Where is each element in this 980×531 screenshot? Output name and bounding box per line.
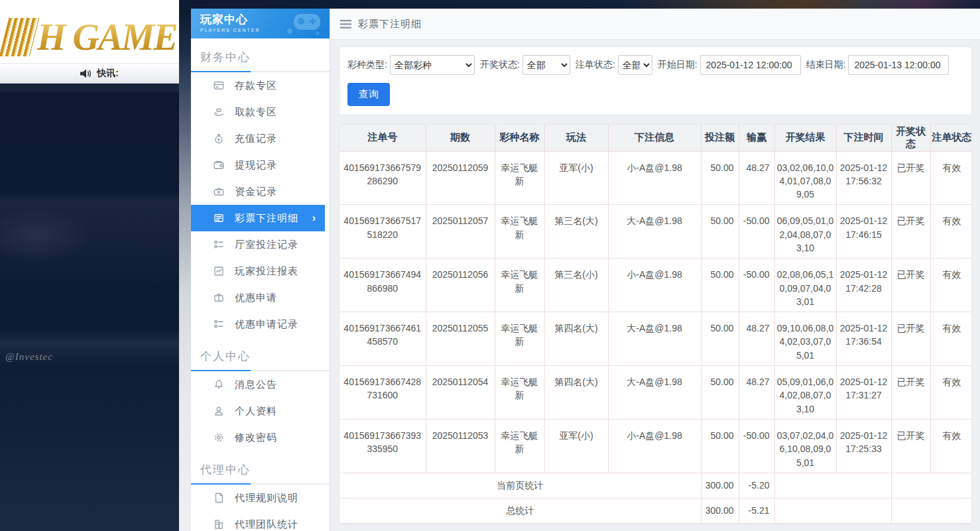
table-header: 注单号期数彩种名称玩法下注信息投注额输赢开奖结果下注时间开奖状态注单状态	[339, 125, 972, 151]
cell-win-loss: 48.27	[739, 366, 774, 420]
sidebar-item-充值记录[interactable]: 充值记录	[191, 125, 330, 152]
filter-row: 彩种类型: 全部彩种 开奖状态: 全部 注单状态: 全部 开始日期: 结束日期:	[347, 55, 963, 75]
draw-status-select[interactable]: 全部	[522, 55, 570, 75]
cell-win-loss: 48.27	[739, 151, 774, 205]
sidebar-item-代理规则说明[interactable]: 代理规则说明	[191, 485, 330, 511]
cell-draw-status: 已开奖	[891, 151, 930, 205]
cell-bet-amount: 50.00	[701, 312, 739, 366]
cell-play-type: 第三名(大)	[544, 205, 608, 259]
cell-play-type: 亚军(小)	[544, 419, 608, 473]
section-title: 代理中心	[200, 462, 320, 477]
sidebar-item-提现记录[interactable]: 提现记录	[191, 152, 330, 178]
sidebar-item-优惠申请记录[interactable]: 优惠申请记录	[191, 311, 330, 337]
cell-draw-result: 06,09,05,01,02,04,08,07,03,10	[774, 205, 836, 259]
cell-lottery-name: 幸运飞艇新	[495, 312, 544, 366]
table-row: 40156917366742873160020250112054幸运飞艇新第四名…	[339, 366, 972, 420]
col-header-下注信息: 下注信息	[608, 125, 701, 151]
purse-icon	[213, 186, 225, 198]
list-icon	[213, 239, 225, 251]
cell-lottery-name: 幸运飞艇新	[495, 205, 544, 259]
section-divider	[191, 370, 330, 371]
sidebar-item-消息公告[interactable]: 消息公告	[191, 371, 330, 398]
empty-cell	[774, 473, 891, 498]
sidebar-item-label: 优惠申请	[235, 292, 277, 304]
cell-order-no: 401569173667579286290	[339, 151, 426, 205]
bet-table-card: 注单号期数彩种名称玩法下注信息投注额输赢开奖结果下注时间开奖状态注单状态 401…	[339, 124, 972, 524]
cell-draw-result: 03,07,02,04,06,10,08,09,05,01	[774, 419, 836, 473]
total-stats-win-total: -5.21	[739, 498, 774, 523]
cell-bet-info: 大-A盘@1.98	[608, 366, 701, 420]
cell-bet-amount: 50.00	[701, 419, 739, 473]
sidebar-item-label: 充值记录	[235, 133, 277, 145]
gear-icon	[213, 432, 225, 443]
cell-draw-status: 已开奖	[891, 259, 930, 312]
sidebar-item-取款专区[interactable]: 取款专区	[191, 99, 330, 125]
draw-status-label: 开奖状态:	[480, 59, 520, 71]
page-stats-bet-total: 300.00	[701, 473, 739, 498]
cell-order-status: 有效	[930, 312, 972, 366]
cell-order-status: 有效	[930, 366, 972, 420]
table-row: 40156917366751751822020250112057幸运飞艇新第三名…	[339, 205, 972, 259]
sidebar-item-代理团队统计[interactable]: 代理团队统计	[191, 511, 330, 531]
logo: H GAME	[0, 0, 179, 64]
sidebar-item-资金记录[interactable]: 资金记录	[191, 178, 330, 205]
table-row: 40156917366739333595020250112053幸运飞艇新亚军(…	[339, 419, 972, 473]
sidebar-item-label: 彩票下注明细	[235, 212, 298, 225]
table-row: 40156917366746145857020250112055幸运飞艇新第四名…	[339, 312, 972, 366]
page-stats-win-total: -5.20	[739, 473, 774, 498]
cell-play-type: 亚军(小)	[544, 151, 608, 205]
sidebar-item-厅室投注记录[interactable]: 厅室投注记录	[191, 231, 330, 258]
sidebar-item-label: 优惠申请记录	[235, 318, 298, 331]
col-header-注单状态: 注单状态	[930, 125, 972, 151]
sidebar-item-label: 修改密码	[235, 432, 277, 444]
sidebar-item-label: 个人资料	[235, 405, 277, 418]
cell-order-no: 401569173667517518220	[339, 205, 426, 259]
cell-lottery-name: 幸运飞艇新	[495, 419, 544, 473]
sidebar-item-修改密码[interactable]: 修改密码	[191, 424, 330, 451]
cell-bet-time: 2025-01-12 17:46:15	[836, 205, 891, 259]
moneybag-icon	[213, 133, 225, 145]
sidebar-item-彩票下注明细[interactable]: 彩票下注明细›	[191, 205, 325, 231]
lottery-type-select[interactable]: 全部彩种	[390, 55, 475, 75]
sidebar-item-优惠申请[interactable]: 优惠申请	[191, 284, 330, 311]
col-header-期数: 期数	[426, 125, 495, 151]
cell-period: 20250112056	[426, 259, 495, 312]
start-date-input[interactable]	[700, 55, 801, 75]
report-icon	[213, 265, 225, 277]
total-stats-row: 总统计 300.00 -5.21	[339, 498, 972, 523]
speaker-icon	[80, 69, 92, 78]
team-icon	[213, 518, 225, 530]
sidebar-item-玩家投注报表[interactable]: 玩家投注报表	[191, 258, 330, 284]
watermark-text: @Investec	[5, 351, 53, 363]
hamburger-menu-icon[interactable]	[340, 20, 351, 29]
order-status-select[interactable]: 全部	[618, 55, 652, 75]
logo-h-icon	[0, 18, 39, 56]
brand-panel: H GAME 快讯: @Investec	[0, 0, 179, 531]
search-button[interactable]: 查询	[347, 83, 390, 106]
empty-cell	[891, 473, 972, 498]
page-stats-row: 当前页统计 300.00 -5.20	[339, 473, 972, 498]
cell-play-type: 第三名(小)	[544, 259, 608, 312]
section-title: 财务中心	[200, 50, 320, 65]
cell-order-no: 401569173667428731600	[339, 366, 426, 420]
cell-order-no: 401569173667461458570	[339, 312, 426, 366]
cell-draw-status: 已开奖	[891, 205, 930, 259]
sidebar-item-存款专区[interactable]: 存款专区	[191, 72, 330, 99]
col-header-开奖结果: 开奖结果	[774, 125, 836, 151]
sidebar-item-个人资料[interactable]: 个人资料	[191, 398, 330, 424]
filter-panel: 彩种类型: 全部彩种 开奖状态: 全部 注单状态: 全部 开始日期: 结束日期:…	[339, 46, 972, 115]
section-divider	[191, 71, 330, 72]
empty-cell	[774, 498, 891, 523]
table-row: 40156917366749486698020250112056幸运飞艇新第三名…	[339, 259, 972, 312]
sidebar-item-label: 消息公告	[235, 379, 277, 391]
logo-text: H GAME	[37, 16, 177, 58]
col-header-输赢: 输赢	[739, 125, 774, 151]
page-stats-label: 当前页统计	[339, 473, 701, 498]
deposit-card-icon	[213, 80, 225, 91]
gamepad-icon	[284, 13, 323, 38]
cell-win-loss: -50.00	[739, 205, 774, 259]
cell-bet-info: 大-A盘@1.98	[608, 312, 701, 366]
end-date-label: 结束日期:	[806, 59, 846, 71]
end-date-input[interactable]	[848, 55, 949, 75]
table-row: 40156917366757928629020250112059幸运飞艇新亚军(…	[339, 151, 972, 205]
